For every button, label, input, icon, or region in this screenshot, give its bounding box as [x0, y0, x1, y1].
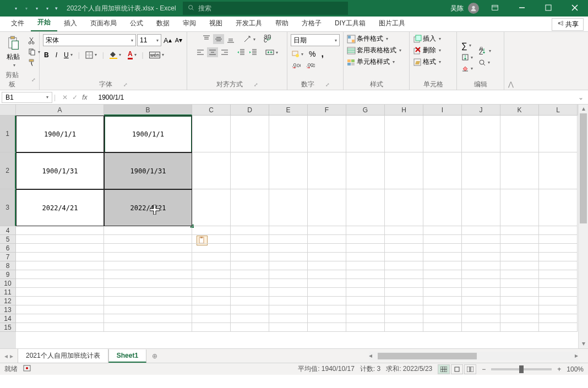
cell-G9[interactable] — [346, 270, 385, 279]
cell-G3[interactable] — [346, 189, 385, 226]
cell-J6[interactable] — [462, 244, 500, 253]
cell-A12[interactable] — [16, 297, 104, 305]
ribbon-options-icon[interactable] — [483, 1, 507, 17]
font-color-icon[interactable]: A▾ — [127, 50, 138, 60]
row-header-1[interactable]: 1 — [0, 116, 16, 152]
cell-J2[interactable] — [462, 152, 500, 189]
cell-G12[interactable] — [346, 297, 385, 305]
cell-K11[interactable] — [500, 288, 539, 297]
cell-C14[interactable] — [192, 314, 231, 323]
cell-J7[interactable] — [462, 253, 500, 261]
wrap-text-icon[interactable]: abc — [262, 34, 273, 44]
view-normal-icon[interactable] — [438, 364, 450, 374]
cell-G4[interactable] — [346, 226, 385, 235]
table-format-button[interactable]: 套用表格格式▾ — [347, 46, 401, 55]
cell-A7[interactable] — [16, 253, 104, 261]
col-header-K[interactable]: K — [500, 105, 539, 116]
zoom-level[interactable]: 100% — [567, 365, 584, 373]
zoom-in-icon[interactable]: + — [557, 365, 561, 373]
cell-G15[interactable] — [346, 323, 385, 332]
cell-L12[interactable] — [539, 297, 578, 305]
cell-A6[interactable] — [16, 244, 104, 253]
row-header-13[interactable]: 13 — [0, 305, 16, 314]
user-name[interactable]: 吴陈 — [450, 4, 464, 13]
cell-A1[interactable]: 1900/1/1 — [16, 116, 104, 152]
fill-icon[interactable]: ▾ — [460, 53, 474, 62]
cell-K4[interactable] — [500, 226, 539, 235]
new-sheet-icon[interactable]: ⊕ — [146, 352, 163, 360]
tab-view[interactable]: 视图 — [203, 15, 229, 31]
cell-K7[interactable] — [500, 253, 539, 261]
cell-F13[interactable] — [308, 305, 346, 314]
paste-button[interactable]: 粘贴 ▾ — [3, 35, 23, 69]
cell-J3[interactable] — [462, 189, 500, 226]
col-header-A[interactable]: A — [16, 105, 104, 116]
tab-file[interactable]: 文件 — [4, 15, 31, 31]
cell-A5[interactable] — [16, 235, 104, 244]
cell-K12[interactable] — [500, 297, 539, 305]
col-header-L[interactable]: L — [539, 105, 578, 116]
minimize-icon[interactable] — [511, 1, 533, 16]
increase-font-icon[interactable]: A▴ — [162, 36, 173, 45]
cell-I13[interactable] — [423, 305, 462, 314]
cell-I9[interactable] — [423, 270, 462, 279]
cell-K14[interactable] — [500, 314, 539, 323]
scroll-right-icon[interactable]: ▸ — [575, 352, 578, 359]
cell-B9[interactable] — [104, 270, 192, 279]
number-launcher[interactable]: ⤢ — [325, 82, 330, 88]
qat-customize[interactable]: ▾ — [53, 4, 60, 13]
row-header-2[interactable]: 2 — [0, 152, 16, 189]
tab-layout[interactable]: 页面布局 — [84, 15, 123, 31]
cell-L7[interactable] — [539, 253, 578, 261]
cell-C5[interactable] — [192, 235, 231, 244]
col-header-D[interactable]: D — [231, 105, 269, 116]
cell-H13[interactable] — [385, 305, 423, 314]
cell-H8[interactable] — [385, 261, 423, 270]
tab-home[interactable]: 开始 — [31, 14, 57, 31]
cell-H10[interactable] — [385, 279, 423, 288]
comma-icon[interactable]: , — [320, 48, 324, 59]
tab-data[interactable]: 数据 — [150, 15, 176, 31]
cell-F3[interactable] — [308, 189, 346, 226]
row-header-15[interactable]: 15 — [0, 323, 16, 332]
align-right-icon[interactable] — [219, 47, 230, 57]
cell-B7[interactable] — [104, 253, 192, 261]
cell-I2[interactable] — [423, 152, 462, 189]
zoom-slider[interactable] — [491, 368, 552, 370]
bold-button[interactable]: B — [43, 51, 50, 59]
cell-L13[interactable] — [539, 305, 578, 314]
collapse-ribbon-icon[interactable]: ⋀ — [504, 32, 518, 90]
scroll-up-icon[interactable]: ▴ — [579, 105, 588, 113]
cell-E12[interactable] — [269, 297, 308, 305]
col-header-H[interactable]: H — [385, 105, 423, 116]
cell-B15[interactable] — [104, 323, 192, 332]
col-header-C[interactable]: C — [192, 105, 231, 116]
cell-D1[interactable] — [231, 116, 269, 152]
cell-B5[interactable] — [104, 235, 192, 244]
cell-J14[interactable] — [462, 314, 500, 323]
cell-I11[interactable] — [423, 288, 462, 297]
decrease-decimal-icon[interactable]: .00.0 — [305, 62, 316, 69]
redo-icon[interactable]: ▾ — [21, 4, 30, 13]
cell-C6[interactable] — [192, 244, 231, 253]
col-header-G[interactable]: G — [346, 105, 385, 116]
cell-D11[interactable] — [231, 288, 269, 297]
delete-cells-button[interactable]: 删除▾ — [413, 46, 441, 55]
cell-G11[interactable] — [346, 288, 385, 297]
qat-btn-1[interactable]: ▾ — [32, 4, 40, 13]
cell-E11[interactable] — [269, 288, 308, 297]
cell-L15[interactable] — [539, 323, 578, 332]
expand-formula-icon[interactable]: ⌄ — [574, 94, 588, 101]
sheet-tab-2[interactable]: Sheet1 — [108, 349, 146, 363]
cell-A3[interactable]: 2022/4/21 — [16, 189, 104, 226]
cell-D13[interactable] — [231, 305, 269, 314]
cell-F7[interactable] — [308, 253, 346, 261]
cell-D5[interactable] — [231, 235, 269, 244]
phonetic-icon[interactable]: wén▾ — [148, 51, 166, 59]
cell-E3[interactable] — [269, 189, 308, 226]
tab-pic[interactable]: 图片工具 — [372, 15, 412, 31]
cell-C2[interactable] — [192, 152, 231, 189]
row-header-3[interactable]: 3 — [0, 189, 16, 226]
cells-area[interactable]: 1900/1/11900/1/11900/1/311900/1/312022/4… — [16, 116, 578, 348]
cell-K3[interactable] — [500, 189, 539, 226]
